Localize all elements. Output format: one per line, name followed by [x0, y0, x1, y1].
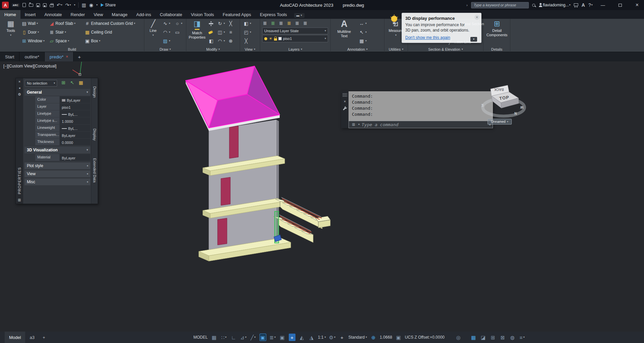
views-button[interactable]: ◰▾: [243, 29, 251, 36]
ucs-button[interactable]: ◧▾: [243, 20, 251, 27]
dimension-button[interactable]: ↔▾: [359, 20, 367, 27]
stair-button[interactable]: ≣Stair▾: [49, 29, 66, 36]
save-as-button[interactable]: [43, 3, 47, 7]
hatch-button[interactable]: ▨▾: [163, 37, 170, 45]
prop-row-layer[interactable]: Layerpiso1: [25, 103, 90, 110]
prop-row-color[interactable]: ColorByLayer: [25, 96, 90, 103]
selection-select[interactable]: No selection ▾: [25, 80, 57, 87]
lineweight-toggle[interactable]: ≣▾: [269, 334, 276, 341]
layer-properties-icon[interactable]: ≣: [262, 21, 268, 26]
tab-start[interactable]: Start: [0, 52, 19, 61]
named-view-pill[interactable]: Unnamed ▾: [488, 119, 512, 125]
polyline-button[interactable]: ∿▾: [163, 20, 170, 27]
tab-vision-tools[interactable]: Vision Tools: [186, 10, 218, 19]
build-panel-label[interactable]: Build: [0, 47, 144, 51]
section-cut-button[interactable]: ╳: [243, 37, 249, 45]
section-panel-label[interactable]: Section & Elevation▾: [408, 47, 483, 51]
settings-gear-button[interactable]: ⚙▾: [329, 334, 335, 341]
quick-select-icon[interactable]: ⊞: [61, 80, 66, 85]
sheet-set-button[interactable]: ▥: [82, 3, 86, 7]
command-input[interactable]: [362, 122, 487, 127]
isodraft-toggle[interactable]: ╱▾: [250, 334, 257, 341]
enhanced-custom-grid-button[interactable]: #Enhanced Custom Grid▾: [85, 20, 135, 27]
qat-customize-button[interactable]: ▾: [74, 4, 75, 6]
modify-panel-label[interactable]: Modify▾: [186, 47, 240, 51]
osnap-toggle[interactable]: ▣: [260, 334, 266, 341]
dont-show-again-link[interactable]: Don't show me this again: [405, 35, 450, 40]
section-view[interactable]: View◂: [25, 170, 90, 177]
tab-extended-data[interactable]: Extended Data: [93, 158, 97, 183]
caret-down-icon[interactable]: ▾: [358, 123, 360, 126]
autohide-button[interactable]: ◂: [19, 87, 20, 90]
account-button[interactable]: flaviadoming...▾: [539, 3, 570, 7]
array-button[interactable]: ◫▾: [217, 29, 225, 36]
clear-screen-button[interactable]: ⊠: [499, 334, 506, 341]
fillet-button[interactable]: ◠▾: [217, 37, 225, 45]
multiline-text-button[interactable]: A Multiline Text: [333, 19, 355, 38]
ceiling-grid-button[interactable]: ▦Ceiling Grid: [85, 29, 112, 36]
search-input[interactable]: [471, 2, 529, 8]
wrench-icon[interactable]: [342, 106, 347, 111]
match-properties-button[interactable]: ◨ Match Properties: [188, 20, 206, 39]
section-general[interactable]: General▾: [25, 89, 90, 96]
command-history[interactable]: Command: Command: Command: Command:: [349, 91, 493, 121]
view-panel-label[interactable]: View▾: [240, 47, 260, 51]
palette-bottom-icon[interactable]: ▥: [18, 198, 21, 202]
snap-toggle[interactable]: ∷▾: [221, 334, 227, 341]
close-button[interactable]: ×: [630, 0, 644, 10]
line-button[interactable]: ╱ Line ▾: [146, 20, 160, 37]
toggle-pickadd-icon[interactable]: ▦: [78, 80, 84, 85]
window-button[interactable]: ⊞Window▾: [21, 37, 45, 45]
compass-west-label[interactable]: W: [520, 105, 523, 109]
undo-button[interactable]: ↶▾: [57, 3, 62, 7]
new-drawing-button[interactable]: +: [74, 52, 85, 61]
detail-components-button[interactable]: ⊞ Detail Components: [486, 20, 508, 37]
tab-collaborate[interactable]: Collaborate: [155, 10, 187, 19]
leader-button[interactable]: ↖▾: [359, 29, 367, 36]
explode-button[interactable]: ⊗: [228, 37, 233, 45]
viewport-controls-label[interactable]: [−][Custom View][Conceptual]: [3, 64, 56, 68]
tab-manage[interactable]: Manage: [107, 10, 132, 19]
command-options-icon[interactable]: ▥: [351, 123, 356, 126]
door-floor3[interactable]: [229, 126, 238, 158]
annotation-visibility-toggle[interactable]: ◮: [308, 334, 315, 341]
shield-icon[interactable]: ▣: [395, 334, 402, 341]
layer-select[interactable]: ☀ piso1 ▾: [262, 35, 328, 42]
workspace-select[interactable]: Standard▾: [348, 335, 367, 340]
autodesk-apps-button[interactable]: A: [582, 3, 585, 7]
dynamic-input-toggle[interactable]: +: [289, 334, 295, 341]
draw-panel-label[interactable]: Draw▾: [144, 47, 186, 51]
prop-row-linetype[interactable]: LinetypeByL...: [25, 110, 90, 117]
share-button[interactable]: Share: [101, 3, 116, 7]
tab-home[interactable]: Home: [0, 10, 20, 19]
utilities-panel-label[interactable]: Utilities▾: [384, 47, 408, 51]
details-panel-label[interactable]: Details: [484, 47, 510, 51]
tab-annotate[interactable]: Annotate: [40, 10, 66, 19]
erase-button[interactable]: [209, 29, 213, 36]
tab-render[interactable]: Render: [66, 10, 89, 19]
offset-button[interactable]: ≡: [228, 29, 233, 36]
prop-row-thickness[interactable]: Thickness0.0000: [25, 139, 90, 145]
help-button[interactable]: ?▾: [588, 3, 593, 7]
open-file-button[interactable]: [29, 4, 33, 7]
notification-expand-button[interactable]: ▾: [470, 37, 477, 42]
tab-insert[interactable]: Insert: [20, 10, 40, 19]
new-file-button[interactable]: [22, 3, 26, 7]
annotation-scale-toggle[interactable]: ◭: [298, 334, 305, 341]
select-objects-icon[interactable]: ↖: [70, 80, 75, 85]
tab-predio[interactable]: predio*×: [45, 52, 74, 61]
arc-button[interactable]: ◠▾: [163, 29, 170, 36]
layer-match-icon[interactable]: ≣: [303, 21, 308, 26]
grid-toggle[interactable]: ▦: [211, 334, 218, 341]
tab-express-tools[interactable]: Express Tools: [256, 10, 291, 19]
tracking-target-button[interactable]: ◎: [455, 334, 462, 341]
search-expand-chevron[interactable]: ›: [466, 3, 468, 7]
tab-featured-apps[interactable]: Featured Apps: [218, 10, 256, 19]
layer-lock-icon[interactable]: ≣: [286, 21, 292, 26]
new-layout-button[interactable]: +: [39, 335, 49, 340]
save-button[interactable]: [36, 3, 40, 7]
box-button[interactable]: ▣Box▾: [85, 37, 100, 45]
layer-state-select[interactable]: Unsaved Layer State ▾: [262, 28, 328, 34]
notification-close-button[interactable]: ×: [474, 15, 479, 20]
table-button[interactable]: ▦▾: [359, 37, 367, 45]
